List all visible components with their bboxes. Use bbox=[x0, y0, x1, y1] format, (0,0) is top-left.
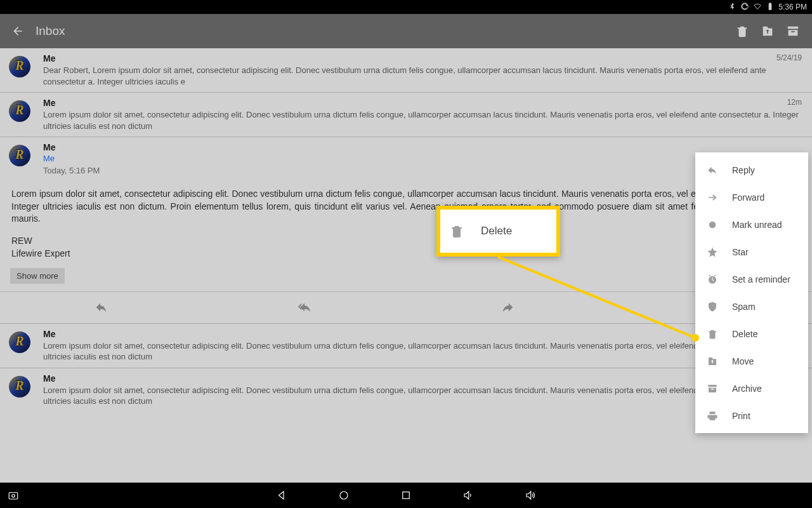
screenshot-button[interactable] bbox=[8, 490, 19, 501]
message-preview: Dear Robert, Lorem ipsum dolor sit amet,… bbox=[43, 65, 803, 87]
signature: REW Lifewire Expert bbox=[0, 231, 812, 268]
show-more-button[interactable]: Show more bbox=[10, 268, 65, 284]
wifi-icon bbox=[753, 2, 762, 13]
shield-icon bbox=[705, 301, 719, 312]
message-row[interactable]: Me Lorem ipsum dolor sit amet, consectet… bbox=[0, 324, 812, 368]
toolbar-delete-button[interactable] bbox=[730, 18, 755, 44]
menu-label: Reply bbox=[732, 165, 755, 175]
menu-archive[interactable]: Archive bbox=[695, 375, 808, 402]
svg-rect-9 bbox=[403, 492, 410, 499]
menu-label: Delete bbox=[732, 329, 757, 339]
status-bar: 5:36 PM bbox=[0, 0, 812, 14]
message-row[interactable]: Me Lorem ipsum dolor sit amet, consectet… bbox=[0, 368, 812, 412]
sync-icon bbox=[740, 2, 749, 13]
avatar bbox=[9, 100, 30, 122]
menu-forward[interactable]: Forward bbox=[695, 184, 808, 211]
menu-mark-unread[interactable]: Mark unread bbox=[695, 211, 808, 238]
back-button[interactable] bbox=[6, 25, 29, 37]
avatar bbox=[9, 145, 30, 166]
sender-name: Me bbox=[43, 329, 803, 339]
nav-home-button[interactable] bbox=[338, 490, 350, 501]
expanded-message: Me Me Today, 5:16 PM Lorem ipsum dolor s… bbox=[0, 137, 812, 323]
message-date: Today, 5:16 PM bbox=[43, 166, 803, 175]
message-time: 5/24/19 bbox=[776, 53, 802, 62]
callout-highlight: Delete bbox=[436, 206, 560, 257]
menu-reminder[interactable]: Set a reminder bbox=[695, 265, 808, 293]
sender-name: Me bbox=[43, 373, 803, 384]
clock: 5:36 PM bbox=[778, 3, 807, 11]
app-bar: Inbox bbox=[0, 14, 812, 48]
svg-point-2 bbox=[709, 221, 716, 228]
forward-button[interactable] bbox=[406, 292, 609, 323]
folder-move-icon bbox=[705, 356, 719, 367]
menu-label: Set a reminder bbox=[732, 274, 790, 284]
message-actions bbox=[0, 291, 812, 323]
message-list: Me Dear Robert, Lorem ipsum dolor sit am… bbox=[0, 48, 812, 483]
star-icon bbox=[705, 246, 719, 258]
toolbar-archive-button[interactable] bbox=[780, 18, 806, 44]
message-preview: Lorem ipsum dolor sit amet, consectetur … bbox=[43, 340, 803, 363]
menu-move[interactable]: Move bbox=[695, 347, 808, 375]
reply-button[interactable] bbox=[0, 292, 203, 323]
forward-icon bbox=[705, 192, 719, 203]
menu-reply[interactable]: Reply bbox=[695, 156, 808, 184]
menu-label: Spam bbox=[732, 302, 756, 312]
app-title: Inbox bbox=[36, 24, 65, 38]
sender-name: Me bbox=[43, 98, 803, 108]
menu-label: Move bbox=[732, 356, 754, 366]
message-row[interactable]: Me Lorem ipsum dolor sit amet, consectet… bbox=[0, 93, 812, 137]
signature-line: Lifewire Expert bbox=[11, 247, 801, 260]
reply-icon bbox=[705, 164, 719, 176]
message-preview: Lorem ipsum dolor sit amet, consectetur … bbox=[43, 385, 803, 407]
nav-back-button[interactable] bbox=[276, 490, 287, 501]
menu-spam[interactable]: Spam bbox=[695, 293, 808, 320]
menu-star[interactable]: Star bbox=[695, 238, 808, 265]
menu-print[interactable]: Print bbox=[695, 402, 808, 429]
battery-icon bbox=[766, 2, 775, 13]
nav-bar bbox=[0, 483, 812, 508]
message-time: 12m bbox=[787, 98, 802, 107]
toolbar-move-button[interactable] bbox=[755, 18, 780, 44]
menu-label: Forward bbox=[732, 192, 764, 203]
nav-volume-down-button[interactable] bbox=[462, 490, 474, 501]
menu-label: Mark unread bbox=[732, 220, 782, 230]
trash-icon bbox=[449, 224, 464, 239]
menu-label: Star bbox=[732, 247, 749, 257]
nav-recent-button[interactable] bbox=[400, 490, 412, 501]
nav-volume-up-button[interactable] bbox=[525, 490, 536, 501]
reply-all-button[interactable] bbox=[203, 292, 406, 323]
print-icon bbox=[705, 410, 719, 422]
sender-name: Me bbox=[43, 142, 803, 152]
callout-label: Delete bbox=[481, 225, 512, 237]
trash-icon bbox=[705, 328, 719, 340]
menu-delete[interactable]: Delete bbox=[695, 320, 808, 347]
recipient: Me bbox=[43, 154, 803, 163]
clock-icon bbox=[705, 274, 719, 285]
message-preview: Lorem ipsum dolor sit amet, consectetur … bbox=[43, 109, 803, 131]
avatar bbox=[9, 331, 30, 353]
context-menu: Reply Forward Mark unread Star Set a rem… bbox=[695, 152, 808, 433]
archive-icon bbox=[705, 383, 719, 394]
svg-point-8 bbox=[340, 491, 348, 499]
avatar bbox=[9, 376, 30, 398]
circle-icon bbox=[705, 219, 719, 231]
bluetooth-icon bbox=[728, 2, 737, 13]
sender-name: Me bbox=[43, 53, 803, 64]
menu-label: Archive bbox=[732, 384, 762, 394]
avatar bbox=[9, 56, 30, 77]
message-body: Lorem ipsum dolor sit amet, consectetur … bbox=[0, 182, 812, 231]
signature-line: REW bbox=[11, 234, 801, 247]
menu-label: Print bbox=[732, 411, 750, 421]
svg-point-7 bbox=[12, 495, 15, 498]
message-row[interactable]: Me Dear Robert, Lorem ipsum dolor sit am… bbox=[0, 48, 812, 93]
